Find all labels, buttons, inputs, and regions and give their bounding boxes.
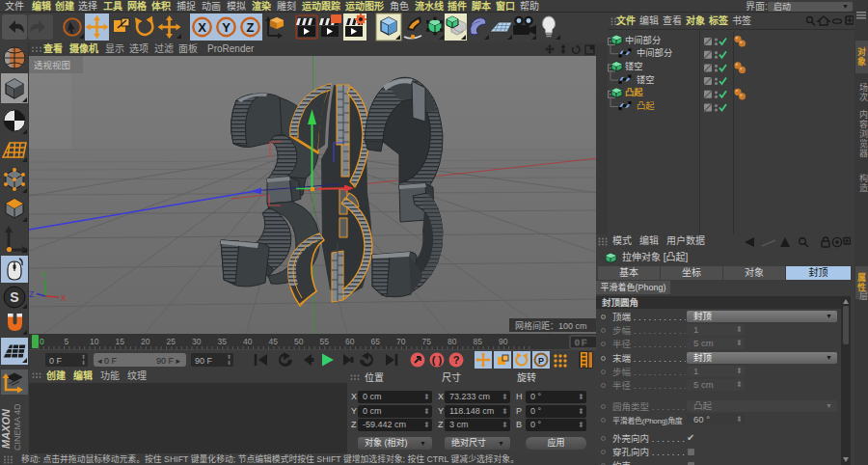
svg-text:P: P bbox=[538, 356, 544, 366]
svg-text:0: 0 bbox=[40, 337, 44, 346]
svg-text:凸起: 凸起 bbox=[637, 101, 655, 111]
svg-text:◂ 0 F: ◂ 0 F bbox=[97, 356, 118, 366]
svg-text:Y: Y bbox=[222, 20, 231, 35]
svg-text:中间部分: 中间部分 bbox=[637, 47, 672, 58]
svg-text:透视视图: 透视视图 bbox=[34, 60, 70, 70]
svg-text:镂空: 镂空 bbox=[637, 74, 655, 85]
svg-text:S: S bbox=[10, 289, 18, 305]
svg-text:75: 75 bbox=[422, 337, 432, 346]
svg-text:50: 50 bbox=[294, 337, 304, 346]
svg-text:( ): ( ) bbox=[432, 354, 443, 366]
svg-text:40: 40 bbox=[243, 337, 253, 346]
svg-text:90: 90 bbox=[499, 337, 508, 346]
svg-text:X: X bbox=[198, 20, 206, 35]
svg-text:90 F: 90 F bbox=[195, 356, 213, 366]
svg-text:15: 15 bbox=[116, 337, 125, 346]
svg-text:85: 85 bbox=[474, 337, 483, 346]
svg-text:70: 70 bbox=[396, 337, 406, 346]
svg-text:45: 45 bbox=[269, 337, 279, 346]
svg-text:⬇: ⬇ bbox=[81, 360, 86, 366]
svg-text:网格间距：100 cm: 网格间距：100 cm bbox=[515, 320, 587, 331]
svg-text:20: 20 bbox=[141, 337, 150, 346]
svg-text:Z: Z bbox=[29, 289, 34, 299]
svg-text:凸起: 凸起 bbox=[625, 87, 643, 97]
svg-text:MAXON: MAXON bbox=[0, 408, 12, 449]
svg-text:90 F ▸: 90 F ▸ bbox=[156, 356, 181, 366]
svg-text:55: 55 bbox=[320, 337, 330, 346]
svg-text:X: X bbox=[61, 293, 67, 303]
svg-text:0 F: 0 F bbox=[49, 356, 63, 366]
svg-text:5: 5 bbox=[65, 337, 69, 346]
svg-text:10: 10 bbox=[90, 337, 99, 346]
svg-text:30: 30 bbox=[192, 337, 202, 346]
svg-text:?: ? bbox=[453, 354, 460, 366]
svg-text:35: 35 bbox=[218, 337, 228, 346]
svg-text:中间部分: 中间部分 bbox=[625, 35, 661, 45]
svg-text:Y: Y bbox=[41, 270, 47, 280]
svg-text:65: 65 bbox=[371, 337, 381, 346]
svg-text:60: 60 bbox=[345, 337, 355, 346]
svg-text:⬇: ⬇ bbox=[227, 360, 231, 366]
svg-text:25: 25 bbox=[167, 337, 176, 346]
svg-text:80: 80 bbox=[448, 337, 457, 346]
svg-text:CINEMA 4D: CINEMA 4D bbox=[13, 403, 22, 451]
svg-text:0 F: 0 F bbox=[575, 338, 586, 347]
svg-text:Z: Z bbox=[247, 20, 255, 35]
svg-text:镂空: 镂空 bbox=[625, 61, 643, 71]
